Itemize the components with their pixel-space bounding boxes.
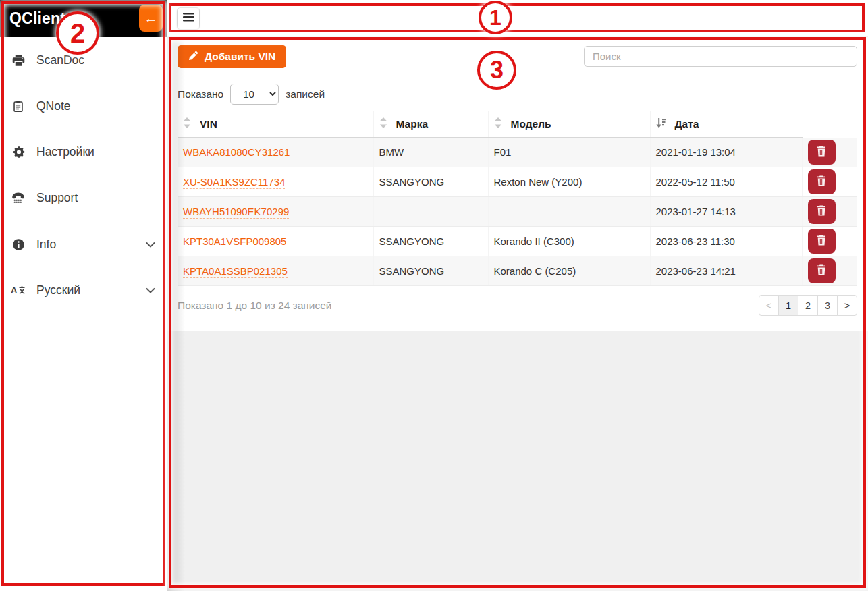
clipboard-icon bbox=[11, 100, 26, 113]
sidebar-item-info[interactable]: Info bbox=[0, 221, 167, 267]
vin-cell: WBAYH51090EK70299 bbox=[178, 197, 373, 227]
main-body: Добавить VIN Показано 10 записей bbox=[167, 37, 868, 591]
make-cell: SSANGYONG bbox=[373, 167, 488, 197]
sidebar-collapse-button[interactable]: ← bbox=[139, 5, 163, 32]
vin-cell: KPTA0A1SSBP021305 bbox=[178, 256, 373, 286]
vin-card: Добавить VIN Показано 10 записей bbox=[167, 37, 868, 331]
delete-button[interactable] bbox=[808, 258, 836, 283]
delete-button[interactable] bbox=[808, 140, 836, 165]
column-header-make[interactable]: Марка bbox=[373, 111, 488, 138]
sidebar-item-scandoc[interactable]: ScanDoc bbox=[0, 37, 167, 83]
sidebar-toggle-button[interactable] bbox=[177, 7, 200, 30]
trash-icon bbox=[817, 205, 826, 218]
vin-link[interactable]: WBAYH51090EK70299 bbox=[183, 206, 289, 219]
make-cell bbox=[373, 197, 488, 227]
sidebar-item-qnote[interactable]: QNote bbox=[0, 83, 167, 129]
pagination-page-2[interactable]: 2 bbox=[798, 295, 818, 316]
date-cell: 2023-06-23 14:21 bbox=[650, 256, 802, 286]
column-header-model[interactable]: Модель bbox=[488, 111, 650, 138]
trash-icon bbox=[817, 146, 826, 159]
model-cell bbox=[488, 197, 650, 227]
pagination-page-1[interactable]: 1 bbox=[778, 295, 798, 316]
content-background bbox=[167, 331, 868, 563]
add-vin-button[interactable]: Добавить VIN bbox=[178, 45, 286, 68]
screen: QClients ← ScanDoc QNote bbox=[0, 0, 868, 591]
vin-link[interactable]: KPTA0A1SSBP021305 bbox=[183, 265, 288, 278]
date-cell: 2021-01-19 13:04 bbox=[650, 138, 802, 167]
arrow-left-icon: ← bbox=[144, 11, 158, 26]
length-prefix: Показано bbox=[178, 88, 223, 101]
info-icon bbox=[11, 238, 26, 251]
model-cell: Korando II (C300) bbox=[488, 227, 650, 256]
gear-icon bbox=[11, 146, 26, 159]
vin-link[interactable]: XU-S0A1KS9ZC11734 bbox=[183, 176, 285, 189]
model-cell: Korando C (C205) bbox=[488, 256, 650, 286]
table-row: WBAYH51090EK70299 2023-01-27 14:13 bbox=[178, 197, 857, 227]
table-footer: Показано 1 до 10 из 24 записей < 1 2 3 > bbox=[178, 286, 857, 331]
table-body: WBAKA81080CY31261 BMW F01 2021-01-19 13:… bbox=[178, 138, 857, 286]
add-vin-label: Добавить VIN bbox=[205, 51, 275, 63]
make-cell: BMW bbox=[373, 138, 488, 167]
records-info: Показано 1 до 10 из 24 записей bbox=[178, 300, 331, 312]
vin-cell: KPT30A1VSFP009805 bbox=[178, 227, 373, 256]
sort-both-icon bbox=[379, 117, 387, 131]
date-cell: 2022-05-12 11:50 bbox=[650, 167, 802, 197]
sidebar: QClients ← ScanDoc QNote bbox=[0, 0, 167, 591]
date-cell: 2023-06-23 11:30 bbox=[650, 227, 802, 256]
table-row: WBAKA81080CY31261 BMW F01 2021-01-19 13:… bbox=[178, 138, 857, 167]
sidebar-item-label: QNote bbox=[36, 99, 157, 113]
search-input[interactable] bbox=[584, 46, 857, 67]
pagination-next-button[interactable]: > bbox=[837, 295, 857, 316]
delete-button[interactable] bbox=[808, 169, 836, 194]
actions-cell bbox=[802, 138, 857, 167]
length-suffix: записей bbox=[286, 88, 325, 101]
sidebar-item-language[interactable]: A Русский bbox=[0, 267, 167, 313]
sidebar-item-label: Support bbox=[36, 191, 157, 205]
sort-amount-desc-icon bbox=[656, 117, 666, 131]
printer-icon bbox=[11, 54, 26, 67]
topbar bbox=[167, 0, 868, 37]
sidebar-item-label: Настройки bbox=[36, 145, 157, 159]
actions-cell bbox=[802, 197, 857, 227]
vin-cell: XU-S0A1KS9ZC11734 bbox=[178, 167, 373, 197]
vin-link[interactable]: WBAKA81080CY31261 bbox=[183, 146, 290, 159]
sort-both-icon bbox=[183, 117, 191, 131]
main-area: Добавить VIN Показано 10 записей bbox=[167, 0, 868, 591]
page-length-select[interactable]: 10 bbox=[230, 84, 279, 105]
pagination-page-3[interactable]: 3 bbox=[817, 295, 838, 316]
make-cell: SSANGYONG bbox=[373, 256, 488, 286]
sidebar-header: QClients ← bbox=[0, 0, 167, 37]
chevron-down-icon bbox=[146, 242, 155, 248]
table-row: XU-S0A1KS9ZC11734 SSANGYONG Rexton New (… bbox=[178, 167, 857, 197]
trash-icon bbox=[817, 264, 826, 277]
delete-button[interactable] bbox=[808, 229, 836, 254]
sidebar-item-label: ScanDoc bbox=[36, 53, 157, 67]
model-cell: F01 bbox=[488, 138, 650, 167]
app-title: QClients bbox=[0, 9, 74, 28]
svg-text:A: A bbox=[11, 285, 18, 296]
delete-button[interactable] bbox=[808, 199, 836, 224]
pagination-prev-button[interactable]: < bbox=[759, 295, 779, 316]
toolbar-row: Добавить VIN bbox=[178, 45, 857, 68]
vin-cell: WBAKA81080CY31261 bbox=[178, 138, 373, 167]
hamburger-icon bbox=[183, 13, 194, 24]
date-cell: 2023-01-27 14:13 bbox=[650, 197, 802, 227]
column-header-vin[interactable]: VIN bbox=[178, 111, 373, 138]
length-menu: Показано 10 записей bbox=[178, 84, 857, 105]
vin-link[interactable]: KPT30A1VSFP009805 bbox=[183, 235, 286, 248]
column-header-date[interactable]: Дата bbox=[650, 111, 802, 138]
table-header-row: VIN Марка Модель Дата bbox=[178, 111, 857, 138]
phone-icon bbox=[11, 192, 26, 204]
trash-icon bbox=[817, 235, 826, 248]
pagination: < 1 2 3 > bbox=[759, 295, 857, 316]
trash-icon bbox=[817, 175, 826, 188]
sidebar-item-support[interactable]: Support bbox=[0, 175, 167, 221]
chevron-down-icon bbox=[146, 287, 155, 293]
table-row: KPT30A1VSFP009805 SSANGYONG Korando II (… bbox=[178, 227, 857, 256]
vin-table: VIN Марка Модель Дата bbox=[178, 111, 857, 286]
sidebar-item-label: Info bbox=[36, 237, 146, 252]
actions-cell bbox=[802, 227, 857, 256]
sidebar-nav: ScanDoc QNote Настройки Support bbox=[0, 37, 167, 313]
sidebar-item-label: Русский bbox=[36, 283, 146, 298]
sidebar-item-settings[interactable]: Настройки bbox=[0, 129, 167, 175]
